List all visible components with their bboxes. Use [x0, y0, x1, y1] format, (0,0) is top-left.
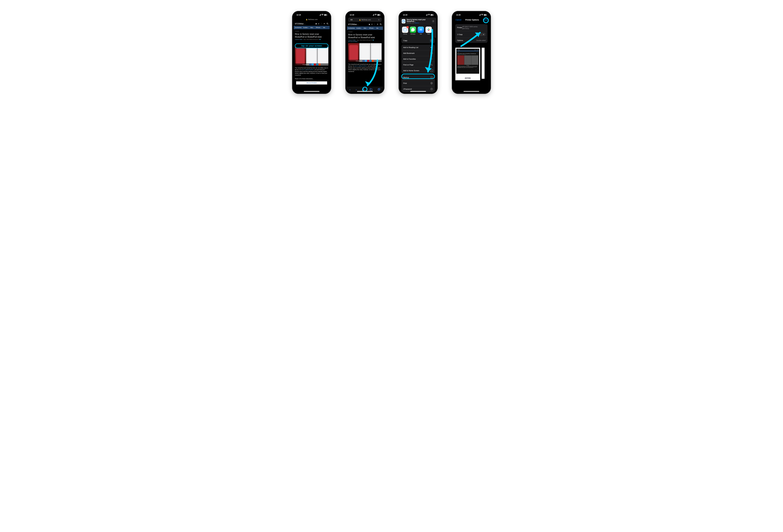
airdrop-app[interactable]: 2AirDrop: [402, 27, 408, 35]
nav-item[interactable]: Mac⌄: [310, 27, 314, 28]
byline: Chance Miller - Nov. 23rd 2020 8:45 am P…: [294, 38, 330, 40]
messages-app[interactable]: Messages: [410, 27, 416, 35]
battery-icon: [324, 14, 327, 15]
share-twitter-icon[interactable]: [312, 64, 314, 65]
ad-banner[interactable]: Bounce Forward: [296, 81, 327, 85]
site-nav[interactable]: Exclusives Guides⌄ Mac⌄ iPhone⌄ Wa ›: [347, 27, 383, 30]
facebook-icon[interactable]: f: [372, 24, 372, 25]
site-header: 9TO5Mac ⌄ ▶ f ⋮ ☀: [294, 22, 330, 26]
status-time: 12:19: [296, 14, 301, 16]
nav-item[interactable]: Wa: [376, 27, 378, 29]
annotation-arrow: [424, 28, 436, 75]
preview-page-1[interactable]: 9TO5Mac▶ f ⋮ ☀ 🔍 TODAY How to factory re…: [455, 47, 480, 80]
nav-item[interactable]: Guides⌄: [303, 27, 309, 28]
site-logo[interactable]: 9TO5Mac ⌄: [295, 23, 305, 25]
site-favicon: [402, 19, 405, 24]
cancel-button[interactable]: Cancel: [456, 19, 461, 21]
share-reddit-icon[interactable]: [319, 64, 320, 65]
action-save-draft[interactable]: Save as Draft: [401, 92, 435, 92]
url-bar[interactable]: 🔒 9to5mac.com: [294, 17, 330, 22]
badge: 2: [407, 26, 409, 28]
article-title[interactable]: How to factory reset your HomePod or Hom…: [347, 33, 383, 39]
home-indicator[interactable]: [410, 91, 426, 92]
share-pinterest-icon[interactable]: [314, 64, 316, 65]
bookmarks-button[interactable]: [370, 88, 372, 91]
svg-rect-9: [378, 88, 380, 90]
twitter-icon[interactable]: 🐦: [373, 39, 374, 41]
site-header: 9TO5Mac ⌄ ▶ f ⋮ ☀: [347, 22, 383, 27]
ad-label[interactable]: ▷ ✕: [326, 80, 328, 81]
share-title: How to factory reset your HomePod…: [407, 19, 431, 22]
nav-item[interactable]: Guides⌄: [356, 27, 362, 29]
nav-item[interactable]: Exclusives: [348, 27, 355, 29]
svg-point-4: [380, 24, 381, 25]
battery-icon: [377, 14, 380, 15]
svg-point-29: [482, 15, 482, 15]
theme-icon[interactable]: ☀: [323, 23, 325, 25]
forward-button[interactable]: ›: [356, 88, 356, 91]
url-text: 9to5mac.com: [362, 19, 371, 21]
site-logo[interactable]: 9TO5Mac ⌄: [348, 23, 358, 26]
page-title: Printer Options: [465, 19, 479, 21]
author-handle[interactable]: @ChanceHMiller: [348, 41, 358, 42]
lock-icon: 🔒: [306, 19, 308, 20]
share-options-link[interactable]: Options: [414, 22, 419, 24]
svg-line-2: [328, 24, 328, 24]
svg-line-5: [381, 25, 381, 25]
reader-button[interactable]: AA: [350, 19, 352, 21]
share-linkedin-icon[interactable]: [316, 64, 318, 65]
back-button[interactable]: ‹: [349, 88, 350, 91]
print-preview[interactable]: 9TO5Mac▶ f ⋮ ☀ 🔍 TODAY How to factory re…: [455, 47, 488, 80]
reload-icon[interactable]: ↻: [378, 19, 379, 21]
inline-link[interactable]: we've outlined before: [301, 69, 314, 70]
annotation-tap-screen: tap on your screen: [295, 43, 328, 48]
home-indicator[interactable]: [304, 91, 319, 92]
nav-item[interactable]: Wa: [323, 27, 325, 28]
article-body-2: Read on for those instructions…: [294, 77, 330, 80]
nav-scroll-right-icon[interactable]: ›: [380, 27, 382, 30]
youtube-icon[interactable]: ▶: [369, 23, 370, 25]
share-facebook-icon[interactable]: [309, 64, 311, 65]
svg-rect-22: [431, 83, 433, 84]
svg-point-10: [429, 15, 429, 15]
author[interactable]: Chance Miller: [348, 39, 356, 41]
close-button[interactable]: ✕: [432, 20, 435, 23]
comments-count[interactable]: 6 Comments: [303, 64, 309, 65]
wifi-icon: [481, 14, 483, 16]
mail-app[interactable]: ✉Mail: [418, 27, 424, 35]
status-time: 12:20: [456, 14, 461, 16]
lock-icon: 🔒: [359, 19, 361, 21]
battery-icon: [484, 14, 487, 15]
action-print[interactable]: Print: [401, 80, 435, 86]
printer-label: Printer: [457, 27, 462, 29]
article-title[interactable]: How to factory reset your HomePod or Hom…: [294, 32, 330, 38]
nav-item[interactable]: iPhone⌄: [369, 27, 375, 29]
site-nav[interactable]: Exclusives Guides⌄ Mac⌄ iPhone⌄ Wa: [294, 26, 330, 29]
preview-page-2[interactable]: [481, 47, 485, 79]
url-text: 9to5mac.com: [308, 19, 318, 20]
nav-item[interactable]: Mac⌄: [364, 27, 368, 29]
article-image: 6 Comments: [348, 43, 382, 62]
twitter-icon[interactable]: 🐦: [319, 39, 321, 40]
more-icon[interactable]: ⋮: [320, 23, 322, 25]
share-header: How to factory reset your HomePod… 9to5m…: [400, 18, 436, 25]
tabs-button[interactable]: [378, 88, 380, 91]
youtube-icon[interactable]: ▶: [316, 23, 317, 25]
wifi-icon: [428, 14, 430, 16]
home-indicator[interactable]: [357, 91, 373, 92]
printer-row[interactable]: Printer HP ENVY 5000 series [6A73C0]›: [455, 24, 488, 31]
more-icon[interactable]: ⋮: [374, 23, 375, 25]
home-indicator[interactable]: [464, 91, 479, 92]
nav-item[interactable]: iPhone⌄: [316, 27, 321, 28]
search-icon[interactable]: [380, 23, 382, 26]
author[interactable]: Chance Miller: [295, 39, 303, 40]
wifi-icon: [375, 14, 377, 16]
facebook-icon[interactable]: f: [318, 23, 319, 25]
annotation-arrow: [460, 31, 485, 48]
theme-icon[interactable]: ☀: [377, 23, 378, 25]
nav-item[interactable]: Exclusives: [295, 27, 302, 28]
battery-icon: [431, 14, 433, 15]
url-bar[interactable]: AA 🔒 9to5mac.com ↻: [348, 18, 382, 22]
search-icon[interactable]: [326, 23, 328, 25]
comments-count[interactable]: 6 Comments: [356, 60, 362, 62]
